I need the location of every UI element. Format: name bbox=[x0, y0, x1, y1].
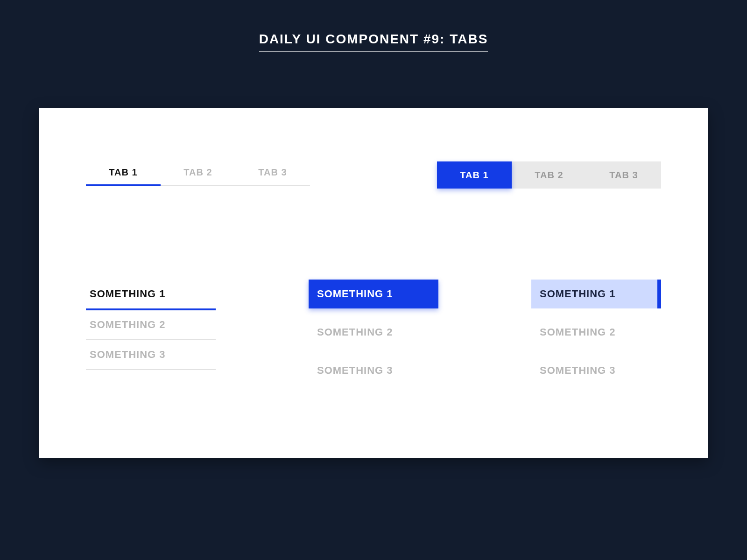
vertical-tabs-solid: SOMETHING 1 SOMETHING 2 SOMETHING 3 bbox=[309, 280, 438, 394]
vertical-tabs-accent: SOMETHING 1 SOMETHING 2 SOMETHING 3 bbox=[531, 280, 661, 394]
tab-b-1[interactable]: TAB 1 bbox=[437, 161, 512, 189]
page-title: DAILY UI COMPONENT #9: TABS bbox=[0, 0, 747, 52]
tab-b-2[interactable]: TAB 2 bbox=[512, 161, 586, 189]
tab-d-3[interactable]: SOMETHING 3 bbox=[309, 356, 438, 385]
vertical-tabs-row: SOMETHING 1 SOMETHING 2 SOMETHING 3 SOME… bbox=[86, 280, 661, 394]
page-title-text: DAILY UI COMPONENT #9: TABS bbox=[259, 32, 488, 52]
tab-c-1[interactable]: SOMETHING 1 bbox=[86, 280, 216, 310]
tab-a-3[interactable]: TAB 3 bbox=[235, 161, 310, 186]
tab-c-3[interactable]: SOMETHING 3 bbox=[86, 340, 216, 370]
horizontal-tabs-block: TAB 1 TAB 2 TAB 3 bbox=[437, 161, 661, 189]
showcase-card: TAB 1 TAB 2 TAB 3 TAB 1 TAB 2 TAB 3 SOME… bbox=[39, 108, 708, 458]
tab-e-3[interactable]: SOMETHING 3 bbox=[531, 356, 661, 385]
tab-e-2[interactable]: SOMETHING 2 bbox=[531, 318, 661, 347]
horizontal-tabs-row: TAB 1 TAB 2 TAB 3 TAB 1 TAB 2 TAB 3 bbox=[86, 161, 661, 189]
horizontal-tabs-underline: TAB 1 TAB 2 TAB 3 bbox=[86, 161, 310, 186]
tab-a-1[interactable]: TAB 1 bbox=[86, 161, 161, 186]
tab-d-1[interactable]: SOMETHING 1 bbox=[309, 280, 438, 308]
tab-d-2[interactable]: SOMETHING 2 bbox=[309, 318, 438, 347]
tab-e-1[interactable]: SOMETHING 1 bbox=[531, 280, 661, 308]
tab-a-2[interactable]: TAB 2 bbox=[161, 161, 235, 186]
vertical-tabs-underline: SOMETHING 1 SOMETHING 2 SOMETHING 3 bbox=[86, 280, 216, 394]
tab-c-2[interactable]: SOMETHING 2 bbox=[86, 310, 216, 340]
tab-b-3[interactable]: TAB 3 bbox=[586, 161, 661, 189]
